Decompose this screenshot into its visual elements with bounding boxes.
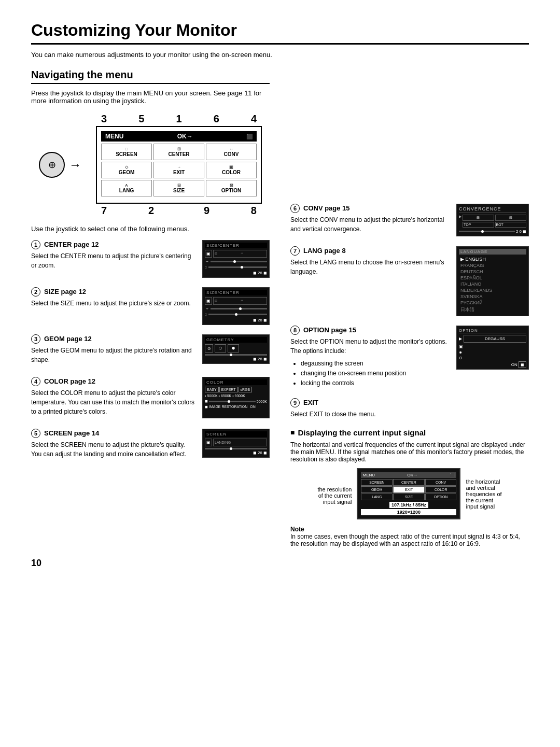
option-cell-icon: ⊠ [230,183,233,188]
item-3-body: Select the GEOM menu to adjust the pictu… [31,346,196,364]
item-6-header: 6 CONV page 15 [290,204,450,213]
sig-lang: LANG [361,494,393,500]
srgb-tab: sRGB [239,387,253,392]
lang-svenska: SVENSKA [459,293,526,300]
item-8-title: OPTION page 15 [303,326,356,334]
opt-row1: ▶ DEGAUSS [459,335,526,343]
signal-menu-bar: MENU OK→ ⬛ [361,472,456,478]
degauss-label: DEGAUSS [485,336,505,341]
item-6-num: 6 [290,204,300,213]
sig-size: SIZE [393,494,425,500]
ss-center-title: SIZE/CENTER [205,243,267,248]
item-4-text: 4 COLOR page 12 Select the COLOR menu to… [31,377,196,419]
landing-label: LANDING [215,441,231,444]
easy-tab: EASY [205,387,219,392]
res-line: 1920×1200 [361,509,456,515]
ok-label: OK→ [177,133,193,140]
menu-inner-box: MENU OK→ ⬛ □ SCREEN ⊞ CENTER [96,126,262,204]
signal-body: The horizontal and vertical frequencies … [290,441,529,463]
ss-geom-value: ◼ 26 ◼ [205,357,267,361]
item-3-header: 3 GEOM page 12 [31,334,196,344]
menu-item-7: 7 LANG page 8 Select the LANG menu to ch… [290,246,529,316]
item-2-num: 2 [31,287,40,297]
frequencies-label: frequencies of [466,491,501,497]
bottom-numbers: 7 2 9 8 [96,205,262,217]
lang-title: LANGUAGE [459,249,526,255]
item-9-title: EXIT [303,399,318,406]
item-8-text: 8 OPTION page 15 Select the OPTION menu … [290,326,450,389]
item-6-text: 6 CONV page 15 Select the CONV menu to a… [290,204,450,237]
item-2-text: 2 SIZE page 12 Select the SIZE menu to a… [31,287,196,311]
nav-text: Press the joystick to display the main M… [31,89,270,105]
lang-cell-icon: A [125,183,128,188]
menu-item-8: 8 OPTION page 15 Select the OPTION menu … [290,326,529,389]
sig-conv: CONV [425,479,457,486]
menu-item-9: 9 EXIT Select EXIT to close the menu. [290,398,529,419]
menu-cell-conv: ↔ CONV [206,144,257,160]
sig-exit: EXIT [393,486,425,493]
menu-bar: MENU OK→ ⬛ [101,131,257,142]
screenshot-lang: LANGUAGE ▶ ENGLISH FRANÇAIS DEUTSCH ESPA… [456,246,529,316]
resolution-label-area: the resolution of the current input sign… [317,468,352,505]
item-3-title: GEOM page 12 [44,335,92,343]
num-6: 6 [214,113,219,125]
sig-color: COLOR [425,486,457,493]
ss-color-title: COLOR [205,379,267,385]
horiz-label-area: the horizontal and vertical frequencies … [466,468,501,510]
ss-geom-slider [205,354,267,356]
item-7-title: LANG page 8 [303,247,346,255]
item-8-body: Select the OPTION menu to adjust the mon… [290,337,450,356]
screenshot-screen: SCREEN ▣ LANDING ◼ 26 ◼ [202,429,270,458]
res-label: the resolution [317,486,352,492]
screen-cell-label: SCREEN [116,151,137,157]
item-5-title: SCREEN page 14 [44,429,99,437]
bot-label: BOT [495,222,527,228]
opt-on: ON ◼ [459,362,526,367]
nav-title: Navigating the menu [31,69,270,84]
ss-screen-icons: ▣ LANDING [205,439,267,446]
item-7-num: 7 [290,246,300,256]
screenshot-convergence: CONVERGENCE ▶ ⊞ ⊟ TOP BOT [456,204,529,236]
option-cell-label: OPTION [221,188,241,193]
item-1-num: 1 [31,240,40,249]
menu-cell-exit: → EXIT [153,162,204,178]
expert-tab: EXPERT [219,387,238,392]
item-5-num: 5 [31,429,40,438]
item-2-row: 2 SIZE page 12 Select the SIZE menu to a… [31,287,270,325]
item-2-header: 2 SIZE page 12 [31,287,196,297]
lang-espanol: ESPAÑOL [459,275,526,281]
item-9-header: 9 EXIT [290,398,529,407]
freq-display: 107.1kHz / 85Hz [389,502,428,508]
signal-inner-grid: SCREEN CENTER CONV GEOM EXIT COLOR LANG … [361,479,456,500]
input2-label: input signal [466,503,501,510]
conv-title: CONVERGENCE [459,206,526,213]
ss-screen-title: SCREEN [205,431,267,437]
item-2-title: SIZE page 12 [44,288,86,295]
ss-size-icons: ▣ ⊞ ↔ [205,297,267,305]
freq-line: 107.1kHz / 85Hz [361,502,456,508]
item-9-num: 9 [290,398,300,407]
joystick-icon: ⊕ [39,152,65,178]
img-rest-label: IMAGE RESTORATION [209,405,247,408]
conv-cell-icon: ↔ [229,147,233,151]
top-numbers: 3 5 1 6 4 [96,113,262,125]
signal-section-title: Displaying the current input signal [290,428,529,437]
menu-cell-geom: ◇ GEOM [101,162,152,178]
menu-item-2: 2 SIZE page 12 Select the SIZE menu to a… [31,287,270,325]
menu-box: 3 5 1 6 4 MENU OK→ ⬛ [96,113,262,217]
menu-cell-option: ⊠ OPTION [206,180,257,196]
size-cell-label: SIZE [173,188,185,193]
top-label: TOP [463,222,494,228]
menu-diagram: ⊕ → 3 5 1 6 4 MENU OK→ [31,113,270,217]
right-column: 6 CONV page 15 Select the CONV menu to a… [290,69,529,547]
item-6-title: CONV page 15 [303,204,350,212]
num-1: 1 [176,113,181,125]
and-vert-label: and vertical [466,485,501,491]
lang-english: ▶ ENGLISH [459,256,526,262]
menu-cell-lang: A LANG [101,180,152,196]
item-4-num: 4 [31,377,40,386]
item-4-header: 4 COLOR page 12 [31,377,196,386]
current2-label: the current [466,497,501,503]
item-5-body: Select the SCREEN menu to adjust the pic… [31,440,196,459]
num-3: 3 [101,113,107,125]
